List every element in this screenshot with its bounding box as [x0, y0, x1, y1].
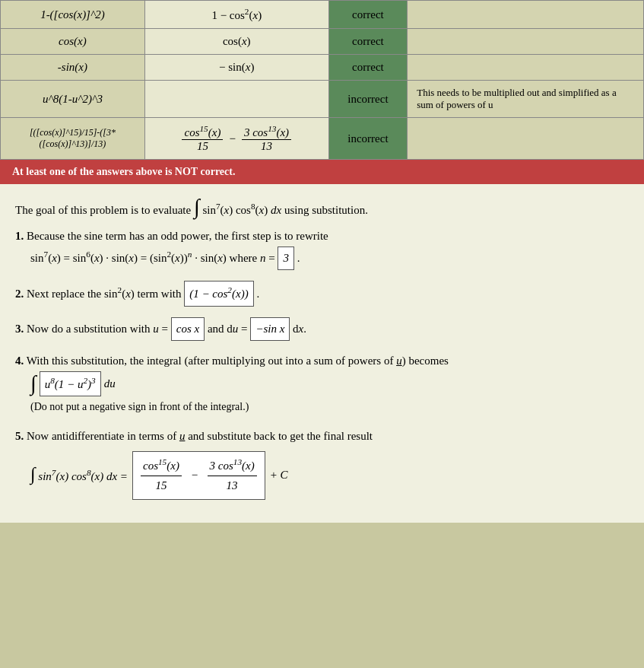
- final-frac-1: cos15(x) 15: [141, 455, 182, 496]
- integral-symbol-4: ∫: [30, 373, 36, 394]
- table-row: [([cos(x)]^15)/15]-([3*([cos(x)]^13)]/13…: [1, 118, 644, 160]
- status-cell: incorrect: [328, 118, 408, 160]
- step-5-text: Now antidifferentiate in terms of u and …: [27, 430, 373, 442]
- step-1: 1. Because the sine term has an odd powe…: [15, 227, 629, 270]
- step-4-integrand-box[interactable]: u8(1 − u2)3: [40, 371, 101, 397]
- table-section: 1-([cos(x)]^2) 1 − cos2(x) correct cos(x…: [0, 0, 644, 160]
- fraction-1: cos15(x) 15: [182, 124, 223, 153]
- step-3-du-box[interactable]: −sin x: [250, 317, 290, 342]
- answer-cell: − sin(x): [144, 55, 328, 81]
- answer-cell: 1 − cos2(x): [144, 1, 328, 29]
- question-cell: u^8(1-u^2)^3: [1, 81, 145, 118]
- note-text: This needs to be multiplied out and simp…: [417, 87, 616, 110]
- note-cell: [408, 118, 644, 160]
- integral-symbol: ∫: [194, 195, 200, 218]
- status-label: incorrect: [347, 93, 388, 105]
- step-2: 2. Next replace the sin2(x) term with (1…: [15, 281, 629, 307]
- question-cell: [([cos(x)]^15)/15]-([3*([cos(x)]^13)]/13…: [1, 118, 145, 160]
- question-text: -sin(x): [58, 61, 87, 73]
- step-3-text-b: and du =: [208, 323, 250, 335]
- step-5: 5. Now antidifferentiate in terms of u a…: [15, 427, 629, 500]
- step-2-text: Next replace the sin2(x) term with: [27, 288, 184, 300]
- table-row: 1-([cos(x)]^2) 1 − cos2(x) correct: [1, 1, 644, 29]
- question-text: u^8(1-u^2)^3: [43, 93, 103, 105]
- status-label: incorrect: [347, 132, 388, 145]
- final-plus-c: + C: [270, 466, 288, 485]
- question-text: [([cos(x)]^15)/15]-([3*([cos(x)]^13)]/13…: [30, 127, 116, 149]
- step-2-period: .: [256, 288, 259, 300]
- step-1-number: 1.: [15, 230, 24, 242]
- step-4: 4. With this substitution, the integral …: [15, 351, 629, 416]
- step-5-number: 5.: [15, 430, 24, 442]
- step-3-text-a: Now do a substitution with u =: [27, 323, 171, 335]
- question-text: 1-([cos(x)]^2): [40, 8, 105, 21]
- status-cell: correct: [328, 55, 408, 81]
- step-3-u-box[interactable]: cos x: [171, 317, 205, 342]
- question-cell: cos(x): [1, 29, 145, 55]
- step-4-number: 4.: [15, 355, 24, 367]
- step-4-text: With this substitution, the integral (af…: [27, 355, 449, 367]
- note-cell: This needs to be multiplied out and simp…: [408, 81, 644, 118]
- step-1-period: .: [297, 252, 300, 264]
- answer-cell: cos(x): [144, 29, 328, 55]
- step-3-number: 3.: [15, 323, 24, 335]
- goal-paragraph: The goal of this problem is to evaluate …: [15, 196, 629, 219]
- step-2-replacement[interactable]: (1 − cos2(x)): [184, 281, 253, 307]
- goal-integrand: sin7(x) cos8(x) dx using substitution.: [202, 204, 368, 216]
- goal-prefix: The goal of this problem is to evaluate: [15, 204, 194, 216]
- note-cell: [408, 1, 644, 29]
- step-3-text-c: dx.: [293, 323, 306, 335]
- step-2-number: 2.: [15, 288, 24, 300]
- table-row: -sin(x) − sin(x) correct: [1, 55, 644, 81]
- question-cell: -sin(x): [1, 55, 145, 81]
- status-cell: correct: [328, 29, 408, 55]
- status-cell: correct: [328, 1, 408, 29]
- step-3: 3. Now do a substitution with u = cos x …: [15, 317, 629, 342]
- status-label: correct: [352, 61, 384, 73]
- final-answer-box[interactable]: cos15(x) 15 − 3 cos13(x) 13: [132, 451, 265, 500]
- final-frac-2: 3 cos13(x) 13: [208, 455, 257, 496]
- answer-cell: cos15(x) 15 − 3 cos13(x) 13: [144, 118, 328, 160]
- question-text: cos(x): [59, 35, 87, 47]
- step-1-n-value[interactable]: 3: [278, 247, 294, 271]
- answers-table: 1-([cos(x)]^2) 1 − cos2(x) correct cos(x…: [0, 0, 644, 160]
- fraction-2: 3 cos13(x) 13: [242, 124, 291, 153]
- final-line: ∫ sin7(x) cos8(x) dx = cos15(x) 15 − 3 c…: [30, 451, 629, 500]
- note-cell: [408, 55, 644, 81]
- step-1-text: Because the sine term has an odd power, …: [27, 230, 328, 242]
- answer-math: cos15(x) 15 − 3 cos13(x) 13: [182, 124, 291, 153]
- table-row: u^8(1-u^2)^3 incorrect This needs to be …: [1, 81, 644, 118]
- alert-text: At least one of the answers above is NOT…: [12, 166, 235, 177]
- answer-cell: [144, 81, 328, 118]
- step-1-equation: sin7(x) = sin6(x) · sin(x) = (sin2(x))n …: [30, 252, 278, 264]
- note-cell: [408, 29, 644, 55]
- answer-math: cos(x): [223, 35, 251, 47]
- integral-symbol-5: ∫: [30, 464, 36, 484]
- step-4-integral: ∫ u8(1 − u2)3 du: [30, 371, 116, 397]
- answer-math: 1 − cos2(x): [211, 9, 262, 21]
- question-cell: 1-([cos(x)]^2): [1, 1, 145, 29]
- table-row: cos(x) cos(x) correct: [1, 29, 644, 55]
- final-lhs: ∫ sin7(x) cos8(x) dx =: [30, 465, 128, 487]
- status-cell: incorrect: [328, 81, 408, 118]
- step-4-note: (Do not put a negative sign in front of …: [30, 401, 249, 412]
- answer-math: − sin(x): [219, 61, 254, 73]
- status-label: correct: [352, 35, 384, 47]
- status-label: correct: [352, 8, 384, 21]
- content-section: The goal of this problem is to evaluate …: [0, 184, 644, 523]
- alert-bar: At least one of the answers above is NOT…: [0, 160, 644, 184]
